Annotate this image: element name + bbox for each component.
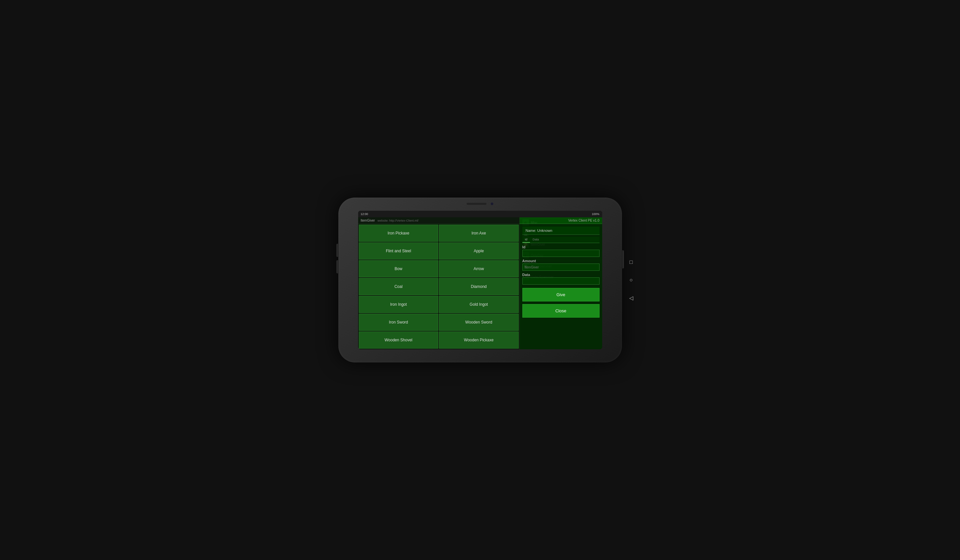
item-button-gold-ingot[interactable]: Gold Ingot: [439, 296, 519, 313]
screen: 12:00 100% ItemGiver website: http://Ver…: [358, 211, 602, 349]
amount-field-row: Amount: [522, 259, 600, 271]
item-button-diamond[interactable]: Diamond: [439, 278, 519, 295]
item-button-iron-axe[interactable]: Iron Axe: [439, 225, 519, 242]
tab-id[interactable]: Id: [522, 237, 530, 243]
vertex-header: Vertex Client PE v1.0: [520, 218, 602, 224]
app-area: ItemGiver website: http://Vertex-Client.…: [358, 218, 602, 349]
app-url: website: http://Vertex-Client.ml/: [378, 219, 419, 222]
item-list-panel: ItemGiver website: http://Vertex-Client.…: [358, 218, 520, 349]
id-input[interactable]: [522, 250, 600, 257]
item-button-wooden-pickaxe[interactable]: Wooden Pickaxe: [439, 331, 519, 349]
front-camera: [490, 202, 494, 205]
data-input[interactable]: [522, 277, 600, 285]
power-button[interactable]: [622, 250, 624, 269]
item-button-flint-and-steel[interactable]: Flint and Steel: [359, 242, 438, 259]
item-button-iron-sword[interactable]: Iron Sword: [359, 314, 438, 331]
right-panel: ⚙ Misc 📄 Data 📦 ItemGiver ☀ OnlyDay 💬 Au…: [520, 218, 602, 349]
item-button-iron-pickaxe[interactable]: Iron Pickaxe: [359, 225, 438, 242]
app-header: ItemGiver website: http://Vertex-Client.…: [358, 218, 519, 224]
item-button-apple[interactable]: Apple: [439, 242, 519, 259]
close-button[interactable]: Close: [522, 304, 600, 318]
phone-device: 12:00 100% ItemGiver website: http://Ver…: [338, 198, 622, 362]
top-speaker: [467, 203, 486, 205]
item-button-wooden-shovel[interactable]: Wooden Shovel: [359, 331, 438, 349]
top-bar: [467, 202, 494, 205]
item-button-arrow[interactable]: Arrow: [439, 260, 519, 277]
dialog-title: Name: Unknown: [522, 227, 600, 235]
dialog-overlay: Vertex Client PE v1.0 Name: Unknown IdDa…: [520, 218, 602, 349]
data-label: Data: [522, 273, 600, 277]
tabs-row: IdData: [522, 237, 600, 243]
tab-data[interactable]: Data: [530, 237, 541, 243]
give-button[interactable]: Give: [522, 288, 600, 301]
item-button-wooden-sword[interactable]: Wooden Sword: [439, 314, 519, 331]
item-button-bow[interactable]: Bow: [359, 260, 438, 277]
app-title: ItemGiver: [361, 219, 375, 222]
circle-nav-icon[interactable]: ○: [627, 276, 635, 284]
item-button-iron-ingot[interactable]: Iron Ingot: [359, 296, 438, 313]
id-field-row: Id: [522, 245, 600, 257]
volume-up-button[interactable]: [336, 244, 338, 257]
amount-label: Amount: [522, 259, 600, 263]
square-nav-icon[interactable]: □: [627, 258, 635, 266]
id-label: Id: [522, 245, 600, 249]
back-nav-icon[interactable]: ◁: [627, 294, 635, 302]
data-field-row: Data: [522, 273, 600, 285]
volume-down-button[interactable]: [336, 260, 338, 274]
dialog-content: Name: Unknown IdData Id Amount: [520, 224, 602, 349]
nav-bar: □ ○ ◁: [627, 258, 635, 302]
status-battery: 100%: [592, 213, 599, 216]
status-bar: 12:00 100%: [358, 211, 602, 218]
amount-input[interactable]: [522, 264, 600, 271]
status-time: 12:00: [361, 213, 368, 216]
item-grid: Iron PickaxeIron AxeFlint and SteelApple…: [358, 224, 519, 349]
item-button-coal[interactable]: Coal: [359, 278, 438, 295]
